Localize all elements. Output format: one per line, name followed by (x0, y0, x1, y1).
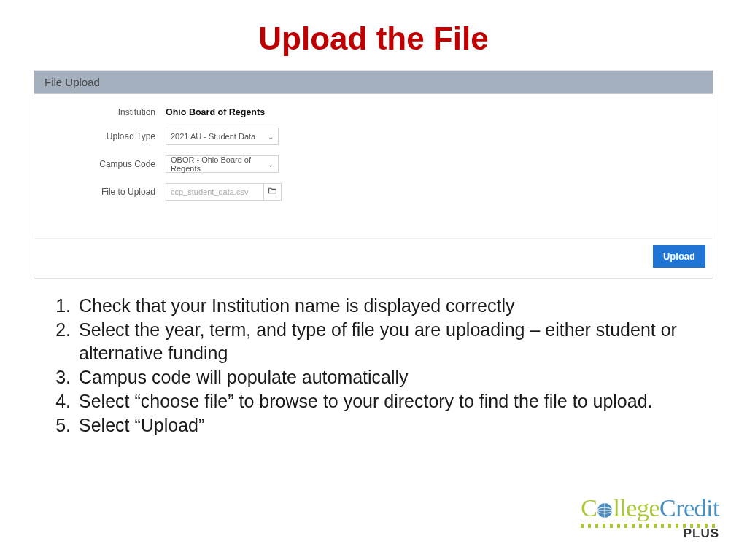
upload-type-value: 2021 AU - Student Data (171, 132, 255, 141)
file-label: File to Upload (42, 187, 166, 197)
browse-button[interactable] (264, 183, 282, 201)
row-upload-type: Upload Type 2021 AU - Student Data ⌄ (42, 128, 705, 145)
instructions-list: Check that your Institution name is disp… (34, 295, 713, 438)
logo-text-c: C (581, 494, 597, 521)
file-input[interactable]: ccp_student_data.csv (166, 183, 264, 201)
row-campus-code: Campus Code OBOR - Ohio Board of Regents… (42, 155, 705, 173)
college-credit-plus-logo: CllegeCredit PLUS (581, 496, 719, 541)
chevron-down-icon: ⌄ (268, 160, 274, 168)
file-value: ccp_student_data.csv (171, 187, 248, 196)
campus-code-label: Campus Code (42, 159, 166, 169)
row-institution: Institution Ohio Board of Regents (42, 107, 705, 117)
chevron-down-icon: ⌄ (268, 133, 274, 141)
campus-code-value: OBOR - Ohio Board of Regents (171, 155, 268, 173)
upload-type-select[interactable]: 2021 AU - Student Data ⌄ (166, 128, 279, 145)
row-file: File to Upload ccp_student_data.csv (42, 183, 705, 201)
instruction-item: Select “Upload” (76, 414, 713, 437)
instruction-item: Select “choose file” to browse to your d… (76, 390, 713, 413)
instruction-item: Select the year, term, and type of file … (76, 319, 713, 365)
logo-text-llege: llege (613, 494, 659, 521)
upload-button[interactable]: Upload (653, 245, 705, 268)
upload-type-label: Upload Type (42, 131, 166, 141)
file-upload-panel: File Upload Institution Ohio Board of Re… (34, 70, 713, 279)
campus-code-select[interactable]: OBOR - Ohio Board of Regents ⌄ (166, 155, 279, 173)
instruction-item: Campus code will populate automatically (76, 366, 713, 389)
institution-value: Ohio Board of Regents (166, 107, 265, 117)
institution-label: Institution (42, 107, 166, 117)
panel-header: File Upload (34, 71, 713, 94)
page-title: Upload the File (34, 20, 713, 57)
logo-text-plus: PLUS (581, 526, 719, 541)
instruction-item: Check that your Institution name is disp… (76, 295, 713, 317)
folder-icon (268, 186, 277, 198)
logo-text-credit: Credit (659, 494, 719, 521)
logo-globe-icon (597, 496, 613, 521)
